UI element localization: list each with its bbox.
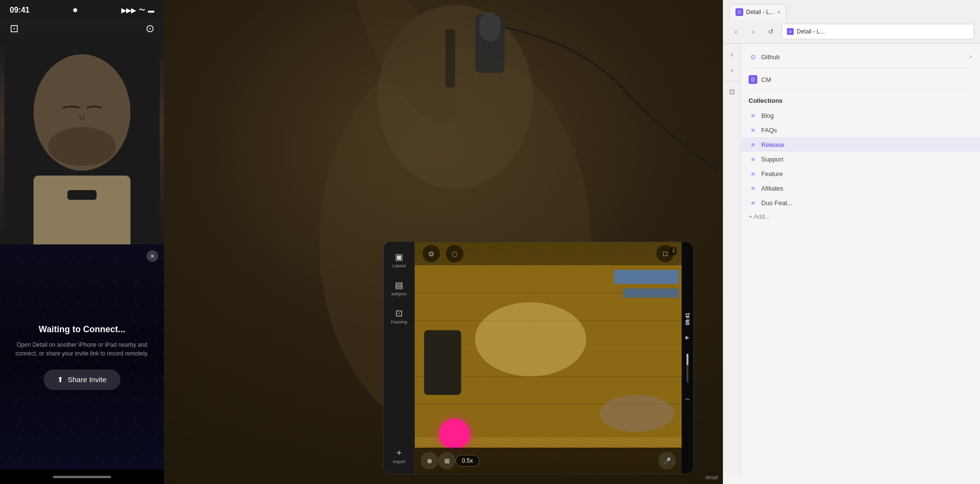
home-bar (53, 476, 111, 478)
camera-switch-icon: ⊕ (427, 457, 432, 465)
share-invite-button[interactable]: ⬆ Share Invite (44, 370, 120, 390)
svg-point-22 (475, 302, 586, 376)
nav-forward-btn[interactable]: › (747, 25, 760, 38)
browser-tab-bar: D Detail - L... × (723, 0, 980, 20)
phone-status-bar: 09:41 ▶▶▶ 〜 ▬ (0, 0, 164, 18)
tab-close[interactable]: × (777, 9, 780, 15)
faqs-label: FAQs (761, 127, 777, 134)
signal-icon: ▶▶▶ (121, 7, 136, 14)
address-favicon: D (787, 28, 794, 35)
tab-title-active: Detail - L... (746, 9, 774, 16)
volume-slider[interactable] (686, 354, 688, 383)
collection-duo-feat[interactable]: ≡ Duo Feat... (741, 195, 980, 210)
release-label: Release (761, 141, 784, 148)
person-icon[interactable]: ⊙ (146, 22, 154, 35)
tablet-sidebar: ▣ Layout ▤ ackgrou ⊡ Framing + Import (384, 242, 415, 474)
left-bar-forward[interactable]: › (725, 63, 739, 77)
right-sidebar: D Detail - L... × ‹ › ↺ D Detail - L... … (723, 0, 980, 484)
phone-top-bar: ⊡ ⊙ (0, 18, 164, 39)
layout-label: Layout (392, 263, 406, 268)
close-button[interactable]: × (147, 250, 158, 262)
top-right-indicator: i (670, 247, 677, 255)
tablet-framing-item[interactable]: ⊡ Framing (384, 304, 414, 328)
blog-label: Blog (761, 112, 774, 119)
phone-camera-view (0, 39, 164, 244)
wifi-icon: 〜 (139, 6, 145, 15)
nav-refresh-btn[interactable]: ↺ (764, 25, 778, 38)
left-bar-back[interactable]: ‹ (725, 48, 739, 61)
volume-level (686, 354, 688, 365)
tablet-background-item[interactable]: ▤ ackgrou (384, 276, 414, 300)
background-label: ackgrou (391, 291, 407, 296)
separator (749, 68, 972, 68)
multi-cam-btn[interactable]: ⊞ (438, 452, 456, 469)
tablet-bottom-bar: ⊕ ⊞ 0.5x 🎤 (415, 448, 682, 474)
cm-icon: D (749, 75, 757, 84)
feature-icon: ≡ (749, 169, 757, 178)
left-bar-search[interactable]: ⊡ (725, 85, 739, 98)
collection-blog[interactable]: ≡ Blog (741, 108, 980, 123)
tablet-mic-btn[interactable]: ◌ (446, 245, 463, 262)
browser-tab-active[interactable]: D Detail - L... × (729, 4, 786, 20)
feature-label: Feature (761, 170, 783, 177)
blog-icon: ≡ (749, 111, 757, 120)
cm-item[interactable]: D CM (741, 72, 980, 87)
tablet-camera-view: ⊙ ◌ □ (415, 242, 682, 474)
left-divider (726, 81, 738, 81)
share-icon: ⬆ (57, 375, 64, 384)
zoom-level: 0.5x (462, 457, 473, 464)
collections-list: ⊙ Github ↗ D CM Collections ≡ Blog ≡ (741, 44, 980, 474)
collection-feature[interactable]: ≡ Feature (741, 166, 980, 181)
collections-panel: ‹ › ⊡ ⊙ Github ↗ D CM Collections (723, 44, 980, 474)
folder-icon[interactable]: ⊡ (10, 22, 18, 35)
tablet-device-icon: □ (663, 250, 667, 258)
zoom-button[interactable]: 0.5x (456, 455, 479, 467)
collections-left-bar: ‹ › ⊡ (723, 44, 741, 474)
share-invite-label: Share Invite (67, 375, 106, 384)
collection-afiliates[interactable]: ≡ Afiliates (741, 181, 980, 195)
support-label: Support (761, 156, 784, 163)
svg-point-26 (600, 395, 674, 432)
tablet-top-left-icons: ⊙ ◌ (423, 245, 463, 262)
background-icon: ▤ (395, 280, 403, 290)
collection-support[interactable]: ≡ Support (741, 152, 980, 166)
waiting-panel: × Waiting to Connect... Open Detail on a… (0, 244, 164, 469)
tablet-battery-icon: ▶ (686, 335, 689, 340)
record-button-container (439, 419, 470, 450)
cm-label: CM (761, 76, 771, 83)
record-button[interactable] (439, 419, 470, 450)
svg-rect-24 (614, 270, 679, 284)
camera-content-svg (415, 265, 682, 437)
nav-back-btn[interactable]: ‹ (729, 25, 743, 38)
mic-btn[interactable]: 🎤 (658, 452, 676, 469)
face-svg (4, 39, 160, 244)
svg-point-8 (48, 127, 116, 166)
phone-home-indicator (0, 469, 164, 484)
battery-status: ▬ (148, 7, 154, 14)
address-text: Detail - L... (797, 28, 825, 35)
speaker-icon: 〜 (685, 396, 690, 403)
tablet-import-item[interactable]: + Import (384, 444, 414, 468)
tablet-mockup: ▣ Layout ▤ ackgrou ⊡ Framing + Import ⊙ (383, 242, 694, 474)
camera-switch-btn[interactable]: ⊕ (421, 452, 438, 469)
support-icon: ≡ (749, 155, 757, 163)
svg-rect-23 (424, 330, 461, 395)
framing-label: Framing (391, 320, 407, 324)
browser-chrome: D Detail - L... × ‹ › ↺ D Detail - L... (723, 0, 980, 44)
github-icon: ⊙ (749, 52, 757, 61)
afiliates-icon: ≡ (749, 184, 757, 193)
collection-faqs[interactable]: ≡ FAQs (741, 123, 980, 137)
tablet-layout-item[interactable]: ▣ Layout (384, 248, 414, 272)
camera-small-icon: ⊙ (428, 250, 434, 258)
multi-cam-icon: ⊞ (444, 457, 450, 465)
add-collection-item[interactable]: + Add... (741, 210, 980, 223)
collection-release[interactable]: ≡ Release (741, 137, 980, 152)
tablet-camera-btn[interactable]: ⊙ (423, 245, 440, 262)
afiliates-label: Afiliates (761, 185, 784, 192)
waiting-title: Waiting to Connect... (39, 324, 125, 335)
address-bar[interactable]: D Detail - L... (782, 24, 974, 39)
framing-icon: ⊡ (395, 308, 403, 319)
faqs-icon: ≡ (749, 126, 757, 134)
mic-icon-bottom: 🎤 (663, 457, 671, 465)
github-item[interactable]: ⊙ Github ↗ (741, 49, 980, 64)
